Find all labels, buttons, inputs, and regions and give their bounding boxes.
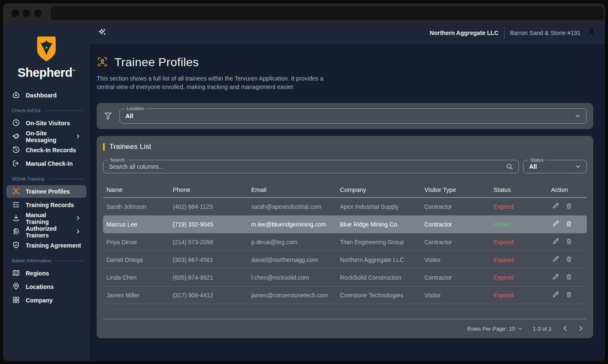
delete-button[interactable] [565,238,573,246]
edit-button[interactable] [552,273,559,282]
sidebar-item-training-agreement[interactable]: Training Agreement [6,239,87,252]
actions-cell [551,273,587,282]
edit-button[interactable] [552,237,559,246]
actions-cell [551,202,587,211]
filter-panel: Location All [97,103,593,129]
company-cell: Apex Industrial Supply [340,203,424,210]
sidebar-item-label: Locations [26,283,54,290]
sidebar-item-onsite-messaging[interactable]: On-Site Messaging [6,130,87,143]
window-maximize-button[interactable] [34,9,42,17]
sidebar-item-authorized-trainers[interactable]: Authorized Trainers [6,226,87,238]
sidebar-item-label: Training Agreement [26,242,81,249]
trash-icon [565,256,573,264]
trash-icon [565,238,573,246]
rows-per-page-label: Rows Per Page: [467,326,507,332]
table-row[interactable]: Daniel Ortega (303) 667-4581 daniel@nort… [103,251,587,269]
sidebar-item-manual-training[interactable]: Manual Training [6,212,87,225]
delete-button[interactable] [565,291,573,299]
brand-wordmark: Shepherd™ [3,66,90,80]
trash-icon [565,273,573,282]
status-select-value: All [524,163,537,170]
sidebar-item-manual-checkin[interactable]: Manual Check-In [6,157,87,170]
sidebar-item-checkin-records[interactable]: Check-In Records [6,144,87,156]
download-icon [12,214,20,224]
phone-cell: (402) 884-1123 [173,203,251,210]
table-row[interactable]: Marcus Lee (719) 332-9045 m.lee@blueridg… [103,216,587,233]
rows-per-page-control[interactable]: Rows Per Page: 10 [467,326,523,332]
email-cell: daniel@northernagg.com [251,256,340,263]
next-page-button[interactable] [577,325,584,333]
status-cell: Expired [494,203,551,210]
topbar-company-name: Northern Aggregate LLC [430,30,499,36]
email-cell: p.desai@teg.com [251,239,340,245]
sidebar-section-admin-information: Admin Information [12,258,84,263]
fingerprint-icon [12,227,20,237]
trash-icon [565,291,573,299]
email-cell: m.lee@blueridgemining.com [251,221,340,228]
table-row[interactable]: Sarah Johnson (402) 884-1123 sarah@apexi… [103,198,587,216]
sidebar-nav: Dashboard Check-In/Out On-Site Visitors [3,80,90,307]
sidebar: Shepherd™ Dashboard Check-In/Out [3,23,90,361]
sparkles-ai-button[interactable] [98,28,106,38]
table-row[interactable]: Linda Chen (605) 874-9921 l.chen@rocksol… [103,269,587,286]
window-close-button[interactable] [11,9,19,17]
sidebar-item-label: On-Site Messaging [26,130,70,143]
visitor-type-cell: Contractor [424,274,494,281]
delete-button[interactable] [565,256,573,264]
delete-button[interactable] [565,273,573,282]
name-cell: Linda Chen [103,274,173,281]
address-bar[interactable] [51,6,604,20]
sidebar-item-label: Manual Training [26,212,70,225]
sidebar-item-trainee-profiles[interactable]: Trainee Profiles [6,185,87,198]
user-scan-icon [12,187,20,197]
chevron-left-icon [562,325,569,333]
window-minimize-button[interactable] [23,9,30,17]
name-cell: James Miller [103,292,173,299]
edit-button[interactable] [552,291,559,299]
phone-cell: (719) 332-9045 [173,221,251,228]
previous-page-button[interactable] [562,325,569,333]
edit-button[interactable] [552,202,559,211]
accent-bar [103,143,105,151]
delete-button[interactable] [565,220,573,229]
status-select[interactable]: Status All [523,160,587,173]
brand-logo: Shepherd™ [3,23,90,80]
column-header-company: Company [340,186,424,193]
delete-button[interactable] [565,202,573,211]
topbar-site-name[interactable]: Barron Sand & Stone #191 [510,30,581,36]
sidebar-item-company[interactable]: Company [6,294,87,307]
grid-icon [12,296,20,305]
chevron-right-icon [75,229,81,236]
edit-button[interactable] [552,220,559,229]
location-select[interactable]: Location All [119,108,586,124]
table-row[interactable]: Priya Desai (214) 573-2098 p.desai@teg.c… [103,233,587,251]
visitor-type-cell: Contractor [424,221,494,228]
trash-icon [565,220,573,229]
sidebar-item-locations[interactable]: Locations [6,280,87,293]
edit-button[interactable] [552,255,559,264]
sidebar-item-label: Company [26,297,53,304]
search-field-label: Search [108,157,127,163]
sidebar-section-checkinout: Check-In/Out [12,108,84,113]
megaphone-icon [12,132,20,142]
status-cell: Expired [494,292,551,299]
location-select-value: All [120,113,133,119]
location-select-label: Location [125,106,147,111]
shield-check-icon [12,241,20,251]
sidebar-item-regions[interactable]: Regions [6,267,87,280]
browser-window: Shepherd™ Dashboard Check-In/Out [3,3,605,361]
sidebar-item-training-records[interactable]: Training Records [6,199,87,211]
sidebar-item-label: Dashboard [26,92,57,99]
table-row[interactable]: James Miller (317) 908-4412 james@corner… [103,286,587,304]
column-header-action: Action [551,186,587,193]
pencil-icon [552,220,559,229]
sidebar-item-dashboard[interactable]: Dashboard [6,89,87,102]
sidebar-item-onsite-visitors[interactable]: On-Site Visitors [6,117,87,129]
chevron-right-icon [75,215,81,222]
chevron-down-icon [575,163,581,170]
shield-wolf-icon [35,57,58,64]
window-controls [11,9,42,17]
search-input[interactable] [103,163,506,170]
user-account-button[interactable] [587,27,596,38]
company-cell: Northern Aggregate LLC [340,256,424,263]
